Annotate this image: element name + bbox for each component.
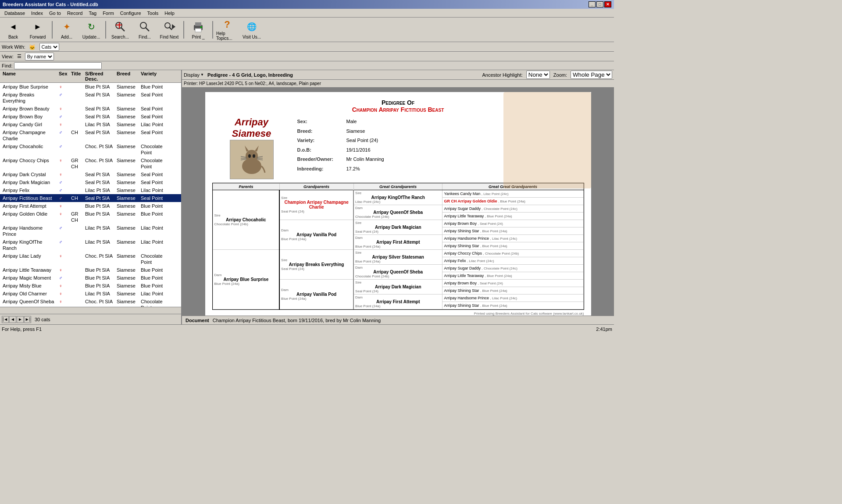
list-item[interactable]: Arripay Brown Boy ♂ Seal Pt SIA Siamese …	[0, 113, 181, 121]
list-item[interactable]: Arripay Lilac Lady ♀ Choc. Pt SIA Siames…	[0, 252, 181, 266]
update-icon: ↻	[84, 20, 98, 34]
back-button[interactable]: ◄ Back	[2, 19, 25, 40]
menu-record[interactable]: Record	[64, 10, 85, 16]
menu-configure[interactable]: Configure	[118, 10, 144, 16]
menu-form[interactable]: Form	[100, 10, 117, 16]
cat-title: GR CH	[70, 157, 84, 170]
list-item[interactable]: Arripay First Attempt ♀ Blue Pt SIA Siam…	[0, 202, 181, 210]
cat-name: Arripay Breaks Everything	[1, 91, 58, 104]
list-item[interactable]: Arripay Old Charmer ♀ Lilac Pt SIA Siame…	[0, 290, 181, 298]
ggp-4-cell: Arripay Little Tearaway , Blue Point (24…	[442, 212, 583, 220]
find-label: Find:	[2, 63, 12, 68]
search-button[interactable]: Search...	[109, 19, 132, 40]
list-item[interactable]: Arripay Golden Oldie ♀ GR CH Blue Pt SIA…	[0, 210, 181, 224]
help-button[interactable]: ? Help Topics...	[216, 19, 239, 40]
dam-dam-sire-variety: Seal Point (24)	[355, 289, 441, 293]
update-button[interactable]: ↻ Update...	[80, 19, 103, 40]
cat-breed: Siamese	[116, 290, 140, 297]
menu-help[interactable]: Help	[162, 10, 177, 16]
cat-variety: Blue Point	[140, 266, 175, 273]
clock: 2:41pm	[596, 327, 612, 332]
findnext-button[interactable]: Find Next	[158, 19, 181, 40]
zoom-select[interactable]: Whole Page	[571, 71, 612, 79]
sire-dam-dam-name: Arripay First Attempt	[355, 240, 441, 245]
menu-database[interactable]: Database	[2, 10, 28, 16]
display-bar: Display ▼ Pedigree - 4 G Grid, Logo, Inb…	[182, 70, 614, 80]
workwith-select[interactable]: Cats	[39, 43, 59, 51]
cat-breed: Siamese	[116, 121, 140, 128]
search-label: Search...	[111, 35, 129, 39]
list-item[interactable]: Arripay Little Tearaway ♀ Blue Pt SIA Si…	[0, 266, 181, 274]
ggp-14-variety: , Blue Point (24a)	[480, 289, 507, 293]
view-bar: View: ☰ By name	[0, 52, 614, 61]
workwith-bar: Work With: 🐱 Cats	[0, 42, 614, 52]
close-button[interactable]: ✕	[604, 1, 611, 7]
list-item[interactable]: Arripay Dark Magician ♂ Seal Pt SIA Siam…	[0, 178, 181, 186]
list-item[interactable]: Arripay Choccy Chips ♀ GR CH Choc. Pt SI…	[0, 156, 181, 170]
list-item[interactable]: Arripay Brown Beauty ♀ Seal Pt SIA Siame…	[0, 105, 181, 113]
cat-variety: Seal Point	[140, 195, 175, 202]
cat-title	[70, 113, 84, 120]
list-item[interactable]: Arripay Misty Blue ♀ Blue Pt SIA Siamese…	[0, 282, 181, 290]
list-item[interactable]: Arripay Handsome Prince ♂ Lilac Pt SIA S…	[0, 224, 181, 238]
menu-index[interactable]: Index	[29, 10, 46, 16]
print-button[interactable]: Print _	[187, 19, 210, 40]
sire-sire-name: Champion Arripay Champagne Charlie	[281, 200, 352, 209]
view-icon: ☰	[17, 53, 21, 59]
cat-name: Arripay Misty Blue	[1, 282, 58, 289]
menu-goto[interactable]: Go to	[46, 10, 64, 16]
dam-parent-cell: Dam Arripay Blue Surprise Blue Point (24…	[213, 249, 279, 309]
cat-title	[70, 105, 84, 112]
menu-tag[interactable]: Tag	[86, 10, 99, 16]
cat-sbreed: Blue Pt SIA	[84, 274, 116, 281]
nav-prev[interactable]: ◄	[9, 316, 16, 323]
ggp-6-cell: Arripay Shining Star , Blue Point (24a)	[442, 227, 583, 234]
doc-area[interactable]: Pedigree Of Champion Arripay Fictitious …	[182, 88, 614, 316]
cat-variety: Blue Point	[140, 210, 175, 224]
find-input[interactable]	[14, 62, 102, 69]
findnext-icon	[162, 20, 176, 34]
nav-next[interactable]: ►	[17, 316, 24, 323]
cat-sbreed: Choc. Pt SIA	[84, 252, 116, 266]
cats-icon: 🐱	[29, 43, 36, 50]
list-item[interactable]: Arripay Breaks Everything ♂ Seal Pt SIA …	[0, 91, 181, 105]
ggp-3-cell: Arripay Sugar Daddy , Chocolate Point (2…	[442, 205, 583, 212]
list-item[interactable]: Arripay QueenOf Sheba ♀ Choc. Pt SIA Sia…	[0, 298, 181, 307]
sire-sire-sire-cell: Sire Arripay KingOfThe Ranch Lilac Point…	[353, 190, 442, 205]
list-count: |◄ ◄ ► ►| 30 cats	[0, 314, 181, 324]
dam-dam-dam-name: Arripay First Attempt	[355, 299, 441, 304]
list-item[interactable]: Arripay KingOfThe Ranch ♂ Lilac Pt SIA S…	[0, 238, 181, 252]
inbreeding-label: Inbreeding:	[296, 165, 344, 174]
cat-name: Arripay Fictitious Beast	[1, 195, 58, 202]
cat-sbreed: Blue Pt SIA	[84, 266, 116, 273]
cat-sbreed: Lilac Pt SIA	[84, 187, 116, 194]
maximize-button[interactable]: □	[596, 1, 603, 7]
list-item[interactable]: Arripay Candy Girl ♀ Lilac Pt SIA Siames…	[0, 121, 181, 128]
visit-button[interactable]: 🌐 Visit Us...	[240, 19, 263, 40]
svg-marker-16	[245, 146, 249, 152]
svg-marker-17	[255, 146, 259, 152]
cat-sex: ♂	[58, 224, 70, 238]
list-item[interactable]: Arripay Felix ♂ Lilac Pt SIA Siamese Lil…	[0, 186, 181, 194]
list-item[interactable]: Arripay Blue Surprise ♀ Blue Pt SIA Siam…	[0, 83, 181, 91]
minimize-button[interactable]: _	[589, 1, 596, 7]
menu-tools[interactable]: Tools	[145, 10, 161, 16]
list-item[interactable]: Arripay Chocaholic ♂ Choc. Pt SIA Siames…	[0, 142, 181, 156]
dam-sire-dam-cell: Dam Arripay QueenOf Sheba Chocolate Poin…	[353, 264, 442, 279]
nav-last[interactable]: ►|	[24, 316, 31, 323]
find-button[interactable]: Find...	[133, 19, 156, 40]
cat-title	[70, 224, 84, 238]
list-item[interactable]: Arripay Fictitious Beast ♂ CH Seal Pt SI…	[0, 194, 181, 202]
view-select[interactable]: By name	[25, 53, 54, 60]
list-item[interactable]: Arripay Champagne Charlie ♂ CH Seal Pt S…	[0, 128, 181, 142]
list-item[interactable]: Arripay Magic Moment ♂ Blue Pt SIA Siame…	[0, 274, 181, 282]
svg-line-20	[241, 156, 246, 157]
list-item[interactable]: Arripay Dark Crystal ♀ Seal Pt SIA Siame…	[0, 170, 181, 178]
display-dropdown[interactable]: Display ▼	[184, 72, 204, 78]
add-button[interactable]: ✦ Add...	[55, 19, 78, 40]
ancestor-highlight-select[interactable]: None	[526, 71, 550, 79]
sire-dam-dam-cell: Dam Arripay First Attempt Blue Point (24…	[353, 234, 442, 249]
nav-first[interactable]: |◄	[2, 316, 9, 323]
horizontal-scrollbar[interactable]	[0, 307, 181, 314]
forward-button[interactable]: ► Forward	[26, 19, 49, 40]
